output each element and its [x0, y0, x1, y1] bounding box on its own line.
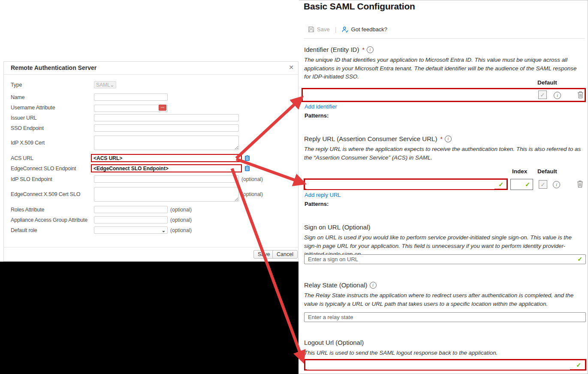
edgeconnect-slo-input[interactable]: <EdgeConnect SLO Endpoint> [91, 164, 242, 172]
got-feedback-button[interactable]: Got feedback? [342, 26, 388, 33]
optional-label: (optional) [170, 207, 192, 213]
username-attribute-input[interactable] [94, 105, 168, 112]
acs-url-input[interactable]: <ACS URL> [91, 154, 242, 162]
close-icon[interactable]: ✕ [289, 64, 294, 71]
relay-state-field [304, 312, 586, 322]
panel-save-button[interactable]: Save [308, 26, 330, 33]
feedback-person-icon [342, 26, 349, 33]
dialog-footer-divider [4, 247, 298, 247]
required-asterisk: * [440, 136, 442, 142]
chevron-down-icon: ⌄ [162, 229, 166, 232]
reply-index-input[interactable]: ✓ [510, 179, 533, 190]
copy-icon[interactable] [244, 165, 250, 172]
reply-url-heading: Reply URL (Assertion Consumer Service UR… [304, 135, 452, 142]
identifier-default-header: Default [537, 79, 557, 86]
info-icon[interactable]: i [370, 282, 377, 289]
appliance-access-group-input[interactable] [94, 216, 168, 223]
roles-attribute-label: Roles Attribute [4, 207, 94, 213]
type-row: Type SAML ⌄ [4, 81, 298, 88]
logout-url-row-highlight: ✓ [304, 359, 586, 371]
valid-check-icon: ✓ [577, 256, 582, 262]
relay-state-heading: Relay State (Optional) i [304, 281, 377, 289]
save-floppy-icon [308, 26, 314, 33]
appliance-access-group-label: Appliance Access Group Attribute [4, 217, 94, 223]
type-select[interactable]: SAML ⌄ [94, 81, 116, 88]
info-icon[interactable]: i [554, 92, 561, 99]
add-identifier-link[interactable]: Add identifier [305, 103, 337, 110]
roles-attribute-input[interactable] [94, 206, 168, 213]
default-role-select[interactable]: ⌄ [94, 226, 168, 234]
required-asterisk: * [362, 46, 364, 53]
chevron-down-icon: ⌄ [110, 83, 114, 87]
logout-url-input[interactable] [307, 361, 570, 370]
acs-url-row: ACS URL <ACS URL> [4, 154, 298, 162]
edgeconnect-cert-slo-textarea[interactable] [94, 187, 239, 202]
idp-slo-input[interactable] [94, 175, 239, 183]
identifier-input[interactable] [305, 90, 534, 101]
appliance-access-group-row: Appliance Access Group Attribute (option… [4, 216, 298, 223]
default-role-row: Default role ⌄ (optional) [4, 226, 298, 234]
sign-on-url-input[interactable] [304, 254, 586, 264]
info-icon[interactable]: i [553, 181, 560, 188]
idp-cert-label: IdP X.509 Cert [4, 140, 94, 146]
save-button[interactable]: Save [253, 250, 274, 259]
logout-url-heading: Logout Url (Optional) [304, 339, 364, 346]
trash-icon[interactable] [577, 91, 584, 99]
remote-auth-server-dialog: Remote Authentication Server ✕ Type SAML… [3, 61, 299, 262]
valid-check-icon: ✓ [525, 181, 530, 188]
basic-saml-configuration-panel: Basic SAML Configuration Save | Got feed… [299, 0, 588, 374]
info-icon[interactable]: i [445, 136, 452, 142]
panel-title: Basic SAML Configuration [304, 1, 415, 12]
sso-endpoint-input[interactable] [94, 124, 239, 132]
optional-label: (optional) [241, 191, 263, 197]
add-reply-url-link[interactable]: Add reply URL [305, 192, 341, 198]
trash-icon[interactable] [577, 180, 583, 188]
toolbar-divider [304, 38, 585, 39]
logout-url-description: This URL is used to send the SAML logout… [304, 349, 583, 357]
toolbar-separator: | [335, 26, 337, 33]
panel-save-label: Save [317, 26, 330, 33]
relay-state-input[interactable] [304, 312, 586, 322]
edgeconnect-slo-label: EdgeConnect SLO Endpoint [4, 166, 94, 172]
sign-on-url-heading-text: Sign on URL (Optional) [304, 223, 371, 231]
issuer-url-input[interactable] [94, 114, 239, 121]
reply-index-header: Index [512, 168, 527, 175]
gray-check-icon: ✓ [541, 181, 546, 188]
reply-default-checkbox[interactable]: ✓ [539, 180, 547, 189]
identifier-description: The unique ID that identifies your appli… [304, 56, 583, 81]
copy-icon[interactable] [244, 155, 250, 161]
idp-slo-row: IdP SLO Endpoint (optional) [4, 175, 298, 183]
name-input[interactable] [94, 94, 168, 101]
identifier-default-checkbox[interactable]: ✓ [538, 90, 547, 99]
reply-url-input[interactable] [306, 180, 495, 189]
valid-check-icon: ✓ [498, 181, 504, 188]
roles-attribute-row: Roles Attribute (optional) [4, 206, 298, 213]
ellipsis-picker-icon[interactable]: ⋯ [159, 105, 166, 111]
type-select-value: SAML [96, 82, 110, 88]
relay-state-heading-text: Relay State (Optional) [304, 281, 368, 289]
optional-label: (optional) [241, 176, 263, 182]
idp-slo-label: IdP SLO Endpoint [4, 176, 94, 182]
edgeconnect-cert-slo-row: EdgeConnect X.509 Cert SLO (optional) [4, 187, 298, 202]
issuer-url-row: Issuer URL [4, 114, 298, 121]
name-row: Name [4, 94, 298, 101]
optional-label: (optional) [170, 227, 192, 233]
acs-url-label: ACS URL [4, 155, 94, 161]
relay-state-description: The Relay State instructs the applicatio… [304, 291, 583, 308]
idp-cert-textarea[interactable] [94, 136, 239, 150]
reply-patterns-label: Patterns: [305, 201, 329, 207]
dialog-header: Remote Authentication Server ✕ [4, 62, 298, 75]
screenshot-canvas: Remote Authentication Server ✕ Type SAML… [0, 0, 588, 374]
reply-url-heading-text: Reply URL (Assertion Consumer Service UR… [304, 135, 437, 142]
cancel-button[interactable]: Cancel [272, 250, 298, 259]
type-label: Type [4, 82, 94, 88]
edgeconnect-slo-row: EdgeConnect SLO Endpoint <EdgeConnect SL… [4, 164, 298, 172]
panel-toolbar: Save | Got feedback? [308, 26, 387, 33]
valid-check-icon: ✓ [576, 362, 581, 368]
username-attribute-label: Username Attribute [4, 105, 94, 111]
username-attribute-row: Username Attribute ⋯ [4, 104, 298, 112]
got-feedback-label: Got feedback? [351, 26, 388, 33]
identifier-patterns-label: Patterns: [305, 112, 329, 119]
info-icon[interactable]: i [367, 46, 374, 53]
name-label: Name [4, 94, 94, 100]
